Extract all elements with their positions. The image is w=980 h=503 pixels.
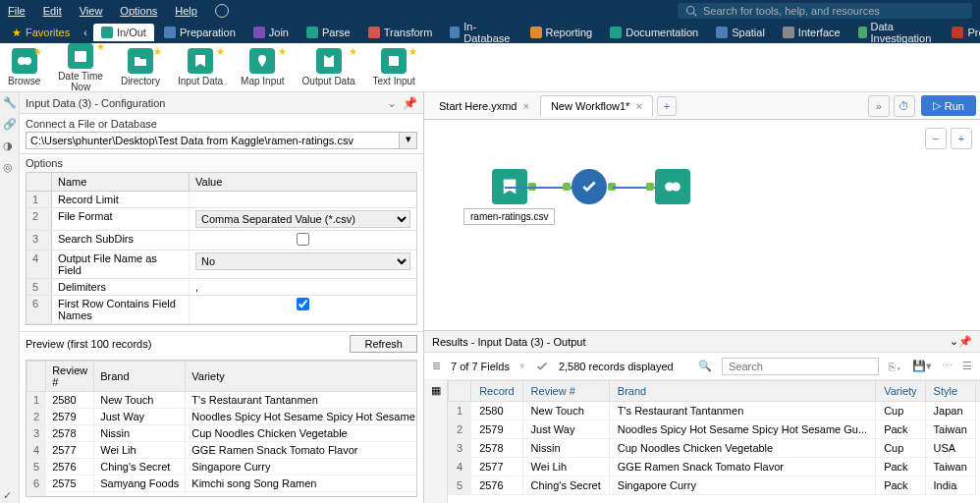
dots-icon[interactable]: ⋯ — [942, 360, 953, 372]
zoom-out-button[interactable]: − — [925, 128, 947, 149]
preview-col[interactable] — [27, 362, 46, 392]
messages-icon[interactable]: ≣ — [432, 360, 441, 372]
table-row[interactable]: 52576Ching's SecretSingapore Curry — [27, 459, 418, 475]
results-col[interactable] — [449, 381, 471, 402]
preview-col[interactable]: Variety — [186, 362, 417, 392]
node-select[interactable] — [572, 169, 607, 204]
ribbon-tab-transform[interactable]: Transform — [360, 24, 441, 41]
table-row[interactable]: 72574AcecookSpice Deli Tantan Men With C… — [27, 492, 418, 498]
option-checkbox[interactable] — [297, 233, 309, 246]
target-icon[interactable]: ◎ — [3, 161, 17, 175]
menu-help[interactable]: Help — [175, 5, 197, 17]
workflow-canvas[interactable]: − + ramen-ratings.csv — [424, 120, 980, 330]
close-icon[interactable]: × — [522, 100, 528, 112]
table-row[interactable]: 22579Just WayNoodles Spicy Hot Sesame Sp… — [449, 420, 981, 439]
results-col[interactable]: Country — [975, 381, 980, 402]
pin-icon[interactable]: 📌 — [403, 96, 417, 110]
add-tab-button[interactable]: + — [657, 96, 677, 116]
results-panel: Results - Input Data (3) - Output ⌄ 📌 ≣ … — [424, 330, 980, 503]
node-input-data[interactable]: ramen-ratings.csv — [463, 169, 555, 225]
export-icon[interactable]: ⎘▾ — [889, 361, 902, 372]
table-row[interactable]: 62575Samyang FoodsKimchi song Song Ramen — [27, 475, 418, 492]
option-select[interactable]: Comma Separated Value (*.csv) — [195, 210, 410, 228]
check-icon[interactable]: ✓ — [3, 489, 17, 503]
ribbon-tab-inout[interactable]: In/Out — [93, 24, 154, 41]
svg-line-1 — [693, 13, 696, 16]
ribbon-tab-join[interactable]: Join — [245, 24, 297, 41]
tool-datetime-now[interactable]: ★Date Time Now — [58, 43, 103, 92]
save-icon[interactable]: 💾▾ — [912, 360, 932, 372]
table-icon[interactable]: ▦ — [431, 384, 441, 397]
link-icon[interactable]: 🔗 — [3, 118, 17, 132]
ribbon-tab-parse[interactable]: Parse — [299, 24, 358, 41]
ribbon-tab-predictive[interactable]: Predictive — [944, 24, 980, 41]
menu-file[interactable]: File — [8, 5, 26, 17]
option-select[interactable]: No — [195, 252, 410, 270]
results-col[interactable]: Style — [925, 381, 975, 402]
records-summary: 2,580 records displayed — [559, 361, 674, 372]
options-table: Name Value 1Record Limit2File FormatComm… — [26, 172, 417, 325]
palette-icon[interactable]: ◑ — [3, 140, 17, 153]
node-browse[interactable] — [655, 169, 690, 204]
options-col-name: Name — [52, 173, 190, 191]
results-col[interactable]: Review # — [522, 381, 609, 402]
ribbon-tab-documentation[interactable]: Documentation — [602, 24, 706, 41]
table-row[interactable]: 32578NissinCup Noodles Chicken Vegetable — [27, 425, 418, 442]
table-row[interactable]: 22579Just WayNoodles Spicy Hot Sesame Sp… — [27, 409, 418, 425]
menu-view[interactable]: View — [80, 5, 103, 17]
doc-tab-workflow[interactable]: New Workflow1*× — [540, 95, 653, 117]
ribbon-scroll-left[interactable]: ‹ — [80, 27, 91, 38]
tool-directory[interactable]: ★Directory — [121, 48, 160, 86]
file-path-input[interactable] — [26, 132, 400, 149]
globe-icon[interactable] — [215, 4, 229, 18]
ribbon-tab-interface[interactable]: Interface — [775, 24, 848, 41]
option-checkbox[interactable] — [297, 298, 309, 310]
pin-icon[interactable]: 📌 — [958, 335, 972, 348]
option-name: Search SubDirs — [52, 231, 190, 250]
tool-input-data[interactable]: ★Input Data — [178, 48, 223, 86]
results-col[interactable]: Brand — [609, 381, 875, 402]
menu-edit[interactable]: Edit — [43, 5, 62, 17]
refresh-button[interactable]: Refresh — [350, 335, 417, 353]
file-path-dropdown[interactable]: ▾ — [400, 132, 417, 149]
ribbon-tab-reporting[interactable]: Reporting — [522, 24, 601, 41]
table-row[interactable]: 42577Wei LihGGE Ramen Snack Tomato Flavo… — [27, 442, 418, 459]
global-search[interactable]: Search for tools, help, and resources — [678, 3, 972, 19]
results-col[interactable]: Record — [471, 381, 522, 402]
ribbon-tab-preparation[interactable]: Preparation — [156, 24, 244, 41]
options-row: 5Delimiters, — [27, 279, 416, 296]
run-button[interactable]: ▷ Run — [921, 95, 976, 116]
preview-col[interactable]: Brand — [94, 362, 186, 392]
tool-browse[interactable]: ★Browse — [8, 48, 40, 86]
option-value[interactable]: , — [195, 281, 198, 293]
results-table: RecordReview #BrandVarietyStyleCountry 1… — [448, 380, 980, 495]
chevron-down-icon[interactable]: ⌄ — [387, 96, 397, 110]
svg-point-0 — [687, 7, 695, 15]
doc-tab-start[interactable]: Start Here.yxmd× — [428, 95, 540, 117]
table-row[interactable]: 12580New TouchT's Restaurant TantanmenCu… — [449, 402, 981, 420]
tool-map-input[interactable]: ★Map Input — [241, 48, 284, 86]
table-row[interactable]: 12580New TouchT's Restaurant Tantanmen — [27, 392, 418, 409]
results-search[interactable] — [722, 358, 879, 375]
ribbon-favorites[interactable]: ★ Favorites — [4, 24, 78, 42]
right-side: Start Here.yxmd× New Workflow1*× + » ⏱ ▷… — [424, 92, 980, 503]
svg-point-3 — [24, 57, 31, 65]
table-row[interactable]: 42577Wei LihGGE Ramen Snack Tomato Flavo… — [449, 458, 981, 476]
menu-options[interactable]: Options — [120, 5, 157, 17]
overflow-button[interactable]: » — [868, 95, 890, 117]
table-row[interactable]: 52576Ching's SecretSingapore CurryPackIn… — [449, 476, 981, 495]
preview-col[interactable]: Review # — [46, 362, 94, 392]
close-icon[interactable]: × — [635, 100, 641, 112]
chevron-down-icon[interactable]: ⌄ — [950, 335, 958, 348]
config-gutter: 🔧 🔗 ◑ ◎ ✓ — [0, 92, 20, 503]
schedule-button[interactable]: ⏱ — [894, 95, 915, 117]
search-icon — [685, 5, 697, 17]
ribbon-tab-spatial[interactable]: Spatial — [708, 24, 773, 41]
wrench-icon[interactable]: 🔧 — [3, 96, 17, 110]
table-row[interactable]: 32578NissinCup Noodles Chicken Vegetable… — [449, 439, 981, 458]
results-col[interactable]: Variety — [876, 381, 925, 402]
tool-text-input[interactable]: ★Text Input — [373, 48, 415, 86]
list-icon[interactable]: ☰ — [962, 360, 972, 372]
tool-output-data[interactable]: ★Output Data — [302, 48, 355, 86]
zoom-in-button[interactable]: + — [951, 128, 972, 149]
